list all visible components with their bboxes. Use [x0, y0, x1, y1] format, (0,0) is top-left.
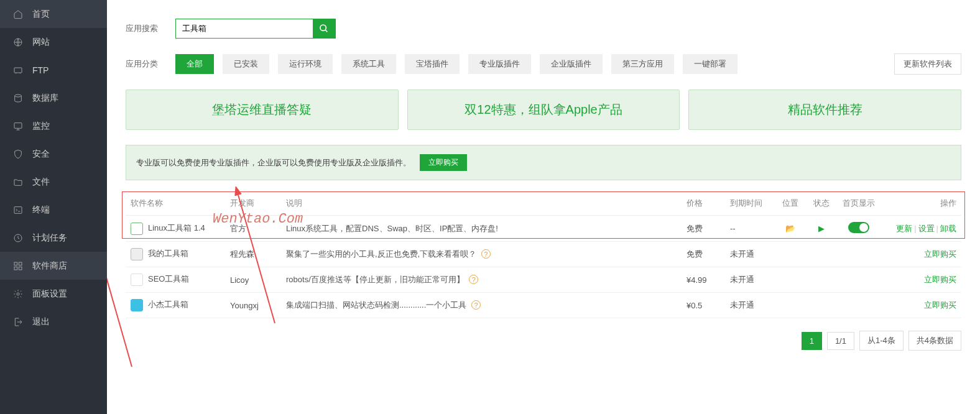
- category-5[interactable]: 专业版插件: [468, 54, 531, 74]
- th-name: 软件名称: [126, 191, 225, 216]
- app-desc: 集成端口扫描、网站状态码检测............一个小工具 ?: [281, 293, 682, 318]
- th-price: 价格: [682, 191, 725, 216]
- app-desc: 聚集了一些实用的小工具,反正也免费,下载来看看呗？ ?: [281, 242, 682, 267]
- sidebar-item-home[interactable]: 首页: [0, 0, 107, 28]
- sidebar-item-label: 网站: [32, 37, 50, 48]
- th-actions: 操作: [881, 191, 961, 216]
- folder-icon: [12, 177, 24, 188]
- sidebar-item-label: 软件商店: [32, 260, 67, 272]
- svg-rect-3: [14, 122, 22, 128]
- svg-line-12: [325, 30, 327, 32]
- category-0[interactable]: 全部: [175, 54, 214, 74]
- sidebar-item-monitor[interactable]: 监控: [0, 112, 107, 140]
- category-3[interactable]: 系统工具: [341, 54, 396, 74]
- th-status: 状态: [806, 191, 837, 216]
- svg-point-11: [320, 25, 326, 30]
- action-设置[interactable]: 设置: [918, 224, 935, 233]
- page-total: 共4条数据: [908, 331, 961, 351]
- sidebar-item-globe[interactable]: 网站: [0, 28, 107, 56]
- app-icon: [131, 248, 143, 260]
- app-expire: 未开通: [725, 267, 775, 293]
- category-4[interactable]: 宝塔插件: [405, 54, 460, 74]
- sidebar-item-database[interactable]: 数据库: [0, 84, 107, 112]
- category-1[interactable]: 已安装: [223, 54, 269, 74]
- categories: 全部已安装运行环境系统工具宝塔插件专业版插件企业版插件第三方应用一键部署: [175, 54, 894, 74]
- sidebar-item-gear[interactable]: 面板设置: [0, 280, 107, 308]
- page-current[interactable]: 1: [802, 332, 822, 350]
- svg-point-2: [15, 94, 22, 97]
- app-expire: --: [725, 216, 775, 242]
- app-icon: [131, 223, 143, 235]
- app-price: 免费: [682, 242, 725, 267]
- sidebar-item-label: 数据库: [32, 93, 58, 104]
- th-home: 首页显示: [837, 191, 881, 216]
- search-label: 应用搜索: [126, 23, 175, 34]
- sidebar: 首页网站FTP数据库监控安全文件终端计划任务软件商店面板设置退出: [0, 0, 107, 414]
- sidebar-item-terminal[interactable]: 终端: [0, 196, 107, 224]
- app-name: 我的工具箱: [148, 249, 188, 258]
- banner-2[interactable]: 精品软件推荐: [688, 90, 961, 130]
- app-desc: Linux系统工具，配置DNS、Swap、时区、IP配置、内存盘!: [281, 216, 682, 242]
- app-dev: Youngxj: [225, 293, 281, 318]
- app-expire: 未开通: [725, 242, 775, 267]
- home-icon: [12, 9, 24, 20]
- gear-icon: [12, 288, 24, 300]
- categories-label: 应用分类: [126, 58, 175, 70]
- sidebar-item-label: 文件: [32, 177, 50, 188]
- app-expire: 未开通: [725, 293, 775, 318]
- buy-now-button[interactable]: 立即购买: [420, 154, 467, 171]
- category-7[interactable]: 第三方应用: [611, 54, 674, 74]
- help-icon[interactable]: ?: [481, 249, 491, 259]
- software-table: 软件名称 开发商 说明 价格 到期时间 位置 状态 首页显示 操作 Linux工…: [126, 191, 961, 318]
- sidebar-item-label: 安全: [32, 149, 50, 160]
- action-立即购买[interactable]: 立即购买: [924, 300, 956, 310]
- clock-icon: [12, 232, 24, 244]
- app-desc: robots/百度推送等【停止更新，旧功能正常可用】 ?: [281, 267, 682, 293]
- database-icon: [12, 93, 24, 104]
- play-icon[interactable]: ▶: [818, 224, 825, 233]
- search-button[interactable]: [313, 19, 335, 38]
- banner-0[interactable]: 堡塔运维直播答疑: [126, 90, 399, 130]
- banner-1[interactable]: 双12特惠，组队拿Apple产品: [407, 90, 680, 130]
- th-expire: 到期时间: [725, 191, 775, 216]
- th-dev: 开发商: [225, 191, 281, 216]
- search-input[interactable]: [176, 19, 313, 38]
- app-dev: 程先森: [225, 242, 281, 267]
- sidebar-item-ftp[interactable]: FTP: [0, 56, 107, 84]
- app-name: SEO工具箱: [148, 274, 189, 283]
- svg-rect-9: [19, 267, 22, 270]
- grid-icon: [12, 260, 24, 272]
- sidebar-item-grid[interactable]: 软件商店: [0, 252, 107, 280]
- home-display-toggle[interactable]: [848, 222, 869, 233]
- svg-rect-8: [14, 267, 17, 270]
- app-price: ¥4.99: [682, 267, 725, 293]
- category-2[interactable]: 运行环境: [278, 54, 333, 74]
- table-row: Linux工具箱 1.4官方Linux系统工具，配置DNS、Swap、时区、IP…: [126, 216, 961, 242]
- folder-icon[interactable]: 📂: [785, 224, 795, 233]
- pagination: 1 1/1 从1-4条 共4条数据: [126, 331, 961, 351]
- update-list-button[interactable]: 更新软件列表: [894, 53, 961, 75]
- help-icon[interactable]: ?: [471, 300, 481, 310]
- app-name: 小杰工具箱: [148, 300, 188, 309]
- table-row: 我的工具箱程先森聚集了一些实用的小工具,反正也免费,下载来看看呗？ ?免费未开通…: [126, 242, 961, 267]
- th-position: 位置: [775, 191, 806, 216]
- action-卸载[interactable]: 卸载: [940, 224, 956, 233]
- th-desc: 说明: [281, 191, 682, 216]
- page-range: 从1-4条: [859, 331, 904, 351]
- category-6[interactable]: 企业版插件: [540, 54, 603, 74]
- category-8[interactable]: 一键部署: [683, 54, 737, 74]
- sidebar-item-label: 计划任务: [32, 232, 67, 244]
- terminal-icon: [12, 205, 24, 216]
- help-icon[interactable]: ?: [469, 275, 478, 284]
- sidebar-item-exit[interactable]: 退出: [0, 308, 107, 336]
- sidebar-item-clock[interactable]: 计划任务: [0, 224, 107, 252]
- action-立即购买[interactable]: 立即购买: [924, 249, 956, 259]
- svg-point-10: [17, 293, 19, 295]
- action-更新[interactable]: 更新: [896, 224, 912, 233]
- sidebar-item-folder[interactable]: 文件: [0, 168, 107, 196]
- sidebar-item-shield[interactable]: 安全: [0, 140, 107, 168]
- app-dev: Licoy: [225, 267, 281, 293]
- exit-icon: [12, 316, 24, 328]
- sidebar-item-label: 面板设置: [32, 288, 67, 300]
- action-立即购买[interactable]: 立即购买: [924, 275, 956, 284]
